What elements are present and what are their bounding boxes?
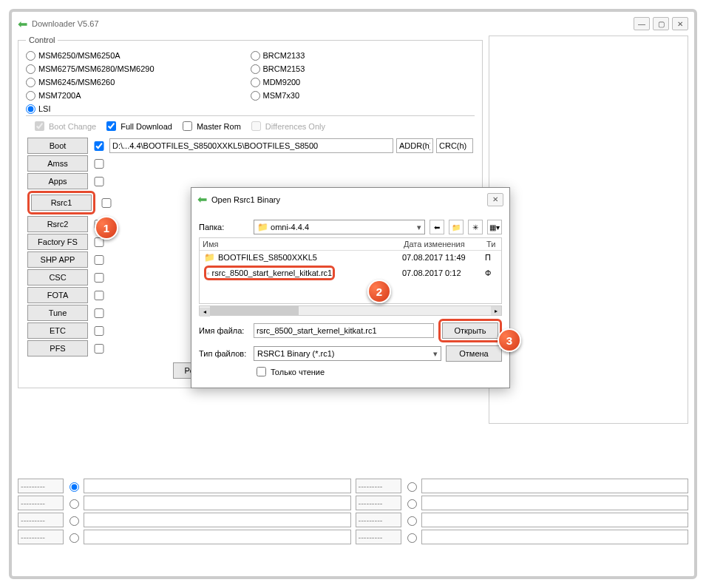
filename-input[interactable] [254, 323, 434, 338]
status-grid: --------- --------- --------- --------- … [12, 472, 694, 551]
callout-badge-3: 3 [498, 328, 521, 352]
status-radio-3a[interactable] [69, 516, 79, 526]
boot-check[interactable] [94, 141, 104, 151]
titlebar: ⬅ Downloader V5.67 — ▢ ✕ [12, 12, 694, 36]
radio-msm6250[interactable] [26, 51, 35, 61]
shp-check[interactable] [94, 255, 104, 265]
fota-check[interactable] [94, 291, 104, 300]
status-box-2b: --------- [356, 496, 401, 510]
side-panel [489, 36, 688, 424]
status-box-3b: --------- [356, 513, 401, 527]
status-bar-2a [84, 496, 351, 510]
apps-check[interactable] [94, 177, 104, 186]
folder-icon: 📁 [204, 252, 215, 263]
file-list[interactable]: Имя Дата изменения Ти 📁BOOTFILES_S8500XX… [199, 237, 502, 304]
rsrc2-button[interactable]: Rsrc2 [27, 216, 88, 232]
status-box-2a: --------- [18, 496, 64, 510]
etc-check[interactable] [94, 326, 104, 336]
amss-button[interactable]: Amss [27, 155, 88, 172]
col-type[interactable]: Ти [486, 240, 498, 249]
file-row-folder[interactable]: 📁BOOTFILES_S8500XXKL5 07.08.2017 11:49 П [200, 251, 501, 264]
control-legend: Control [26, 36, 58, 44]
folder-label: Папка: [199, 223, 249, 232]
diff-only-check [251, 121, 261, 131]
status-radio-4a[interactable] [69, 533, 79, 543]
status-bar-1a [84, 479, 351, 493]
radio-mdm9200[interactable] [251, 78, 260, 87]
col-name[interactable]: Имя [203, 240, 404, 249]
etc-button[interactable]: ETC [27, 322, 88, 339]
back-arrow-icon[interactable]: ⬅ [18, 17, 27, 31]
radio-brcm2153[interactable] [251, 64, 260, 74]
status-radio-2a[interactable] [69, 499, 79, 509]
status-radio-4b[interactable] [407, 533, 417, 543]
status-bar-1b [421, 479, 689, 493]
horizontal-scrollbar[interactable]: ◂▸ [199, 305, 502, 316]
rsrc1-button[interactable]: Rsrc1 [31, 195, 92, 211]
view-menu-icon[interactable]: ▦▾ [487, 220, 502, 234]
file-row-rc1[interactable]: ▫ rsrc_8500_start_kernel_kitkat.rc1 07.0… [200, 264, 501, 282]
dialog-close-button[interactable]: ✕ [487, 193, 503, 206]
status-radio-3b[interactable] [407, 516, 417, 526]
filename-label: Имя файла: [199, 326, 249, 335]
shp-button[interactable]: SHP APP [27, 251, 88, 268]
radio-lsi[interactable] [26, 104, 35, 114]
maximize-button[interactable]: ▢ [653, 17, 669, 30]
status-box-3a: --------- [18, 513, 64, 527]
file-icon: ▫ [207, 269, 210, 277]
close-button[interactable]: ✕ [672, 17, 688, 30]
window-title: Downloader V5.67 [32, 19, 634, 28]
addr-input[interactable] [396, 138, 433, 153]
pfs-button[interactable]: PFS [27, 340, 88, 356]
tune-button[interactable]: Tune [27, 305, 88, 321]
status-bar-2b [421, 496, 689, 510]
master-rom-check[interactable] [183, 121, 192, 131]
folder-combo[interactable]: 📁 omni-4.4.4 [254, 220, 425, 234]
nav-back-icon[interactable]: ⬅ [430, 220, 444, 234]
status-radio-1a[interactable] [69, 482, 79, 492]
amss-check[interactable] [94, 159, 104, 169]
status-box-4a: --------- [18, 530, 64, 544]
minimize-button[interactable]: — [634, 17, 650, 30]
nav-up-icon[interactable]: 📁 [449, 220, 464, 234]
dialog-back-icon[interactable]: ⬅ [197, 192, 207, 206]
crc-input[interactable] [436, 138, 473, 153]
radio-brcm2133[interactable] [251, 51, 260, 61]
radio-msm6245[interactable] [26, 78, 35, 87]
boot-button[interactable]: Boot [27, 138, 88, 154]
filetype-label: Тип файлов: [199, 349, 249, 358]
folder-icon: 📁 [257, 222, 268, 232]
status-radio-1b[interactable] [407, 482, 417, 492]
dialog-title: Open Rsrc1 Binary [211, 195, 280, 204]
status-box-1a: --------- [18, 479, 64, 493]
readonly-check[interactable] [257, 367, 266, 376]
status-box-1b: --------- [356, 479, 401, 493]
filetype-combo[interactable]: RSRC1 Binary (*.rc1) [254, 346, 441, 361]
pfs-check[interactable] [94, 344, 104, 354]
apps-button[interactable]: Apps [27, 173, 88, 189]
tune-check[interactable] [94, 308, 104, 318]
csc-check[interactable] [94, 273, 104, 283]
status-bar-4a [84, 530, 351, 544]
radio-msm7200a[interactable] [26, 91, 35, 101]
rsrc1-check[interactable] [101, 198, 112, 208]
radio-msm6275[interactable] [26, 64, 35, 74]
cancel-button[interactable]: Отмена [446, 345, 502, 362]
callout-badge-2: 2 [367, 280, 391, 303]
factory-button[interactable]: Factory FS [27, 234, 88, 250]
col-date[interactable]: Дата изменения [404, 240, 486, 249]
radio-msm7x30[interactable] [251, 91, 260, 101]
open-button[interactable]: Открыть [442, 322, 498, 339]
open-file-dialog: ⬅ Open Rsrc1 Binary ✕ Папка: 📁 omni-4.4.… [191, 187, 510, 388]
callout-badge-1: 1 [95, 216, 118, 240]
boot-change-check [35, 121, 44, 131]
fota-button[interactable]: FOTA [27, 287, 88, 303]
status-bar-4b [421, 530, 689, 544]
status-radio-2b[interactable] [407, 499, 417, 509]
boot-path-input[interactable] [109, 138, 393, 153]
full-download-check[interactable] [106, 121, 116, 131]
nav-new-icon[interactable]: ✳ [468, 220, 483, 234]
status-bar-3a [84, 513, 351, 527]
csc-button[interactable]: CSC [27, 269, 88, 285]
status-bar-3b [421, 513, 689, 527]
